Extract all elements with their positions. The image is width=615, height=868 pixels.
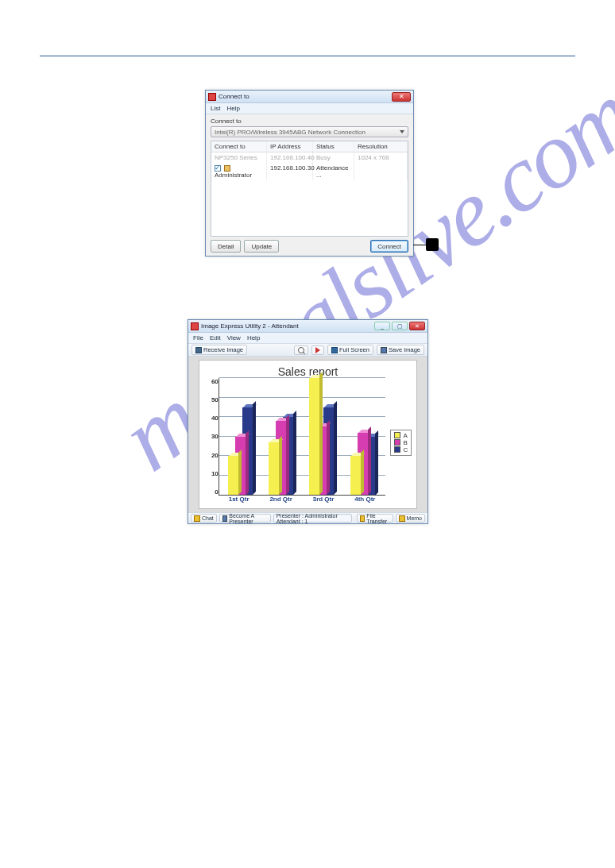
play-icon <box>315 347 320 353</box>
menu-file[interactable]: File <box>193 334 203 341</box>
col-status[interactable]: Status <box>313 141 354 152</box>
menu-edit[interactable]: Edit <box>210 334 221 341</box>
network-adapter-combo[interactable]: Intel(R) PRO/Wireless 3945ABG Network Co… <box>211 126 408 137</box>
titlebar[interactable]: Image Express Utility 2 - Attendant _ ▢ … <box>188 320 427 333</box>
bar-A-4th Qtr <box>350 456 361 495</box>
monitor-icon <box>195 347 202 353</box>
menubar: File Edit View Help <box>188 333 427 344</box>
menu-help[interactable]: Help <box>226 105 239 112</box>
receive-image-button[interactable]: Receive Image <box>191 345 247 355</box>
menu-help[interactable]: Help <box>247 334 260 341</box>
memo-icon <box>399 515 405 522</box>
minimize-icon[interactable]: _ <box>374 322 390 330</box>
memo-button[interactable]: Memo <box>396 514 425 523</box>
statusbar: Chat Become A Presenter Presenter : Admi… <box>188 512 427 523</box>
window-title: Image Express Utility 2 - Attendant <box>201 322 299 330</box>
connect-button[interactable]: Connect <box>370 240 408 253</box>
list-header: Connect to IP Address Status Resolution <box>211 141 408 152</box>
x-tick: 4th Qtr <box>354 496 375 507</box>
chart-title: Sales report <box>278 365 338 378</box>
combo-value: Intel(R) PRO/Wireless 3945ABG Network Co… <box>215 129 366 136</box>
menu-list[interactable]: List <box>211 105 220 112</box>
list-row[interactable]: Administrator 192.168.100.30 Attendance … <box>211 163 408 180</box>
col-connect-to[interactable]: Connect to <box>211 141 267 152</box>
col-ip[interactable]: IP Address <box>267 141 313 152</box>
user-icon <box>224 165 230 172</box>
search-icon <box>298 347 304 353</box>
list-row[interactable]: NP3250 Series 192.168.100.40 Busy 1024 x… <box>211 152 408 163</box>
x-tick: 3rd Qtr <box>313 496 335 507</box>
app-icon <box>191 322 199 330</box>
zoom-button[interactable] <box>294 345 308 355</box>
page-preview: Sales report 6050403020100 1st Qtr2nd Qt… <box>199 360 417 509</box>
bar-A-1st Qtr <box>228 456 238 495</box>
close-icon[interactable]: ✕ <box>392 92 411 102</box>
col-resolution[interactable]: Resolution <box>354 141 408 152</box>
legend-item: B <box>394 439 408 446</box>
presenter-icon <box>222 515 228 522</box>
close-icon[interactable]: ✕ <box>409 322 425 330</box>
image-express-window: Image Express Utility 2 - Attendant _ ▢ … <box>188 319 428 524</box>
chevron-down-icon <box>400 130 404 133</box>
preview-area: Sales report 6050403020100 1st Qtr2nd Qt… <box>188 357 427 512</box>
camera-icon <box>381 347 387 353</box>
menubar: List Help <box>206 103 413 114</box>
maximize-icon[interactable]: ▢ <box>392 322 408 330</box>
fullscreen-button[interactable]: Full Screen <box>327 345 373 355</box>
become-presenter-button[interactable]: Become A Presenter <box>219 514 271 523</box>
chart-plot: 6050403020100 1st Qtr2nd Qtr3rd Qtr4th Q… <box>204 378 386 507</box>
connection-list: Connect to IP Address Status Resolution … <box>211 141 408 237</box>
play-button[interactable] <box>311 345 324 355</box>
chart-legend: ABC <box>390 430 412 456</box>
file-transfer-button[interactable]: File Transfer <box>357 514 393 523</box>
app-icon <box>208 93 216 101</box>
legend-item: C <box>394 446 408 453</box>
page-divider <box>40 56 575 56</box>
detail-button[interactable]: Detail <box>211 240 241 253</box>
update-button[interactable]: Update <box>244 240 279 253</box>
presenter-status: Presenter : Administrator Attendant : 1 <box>273 514 352 523</box>
menu-view[interactable]: View <box>227 334 241 341</box>
x-tick: 1st Qtr <box>229 496 249 507</box>
fullscreen-icon <box>331 347 338 353</box>
chat-icon <box>194 515 200 522</box>
bar-A-2nd Qtr <box>269 442 279 495</box>
chat-button[interactable]: Chat <box>191 514 217 523</box>
connect-to-dialog: Connect to ✕ List Help Connect to Intel(… <box>205 90 414 257</box>
titlebar[interactable]: Connect to ✕ <box>206 91 413 103</box>
bar-A-3rd Qtr <box>309 378 319 495</box>
connect-to-label: Connect to <box>211 118 408 125</box>
checkbox-icon[interactable] <box>215 165 221 172</box>
save-image-button[interactable]: Save Image <box>377 345 424 355</box>
toolbar: Receive Image Full Screen Save Image <box>188 344 427 357</box>
window-title: Connect to <box>219 93 249 100</box>
folder-icon <box>360 515 366 522</box>
x-tick: 2nd Qtr <box>269 496 292 507</box>
callout-marker <box>426 238 439 251</box>
legend-item: A <box>394 432 408 439</box>
